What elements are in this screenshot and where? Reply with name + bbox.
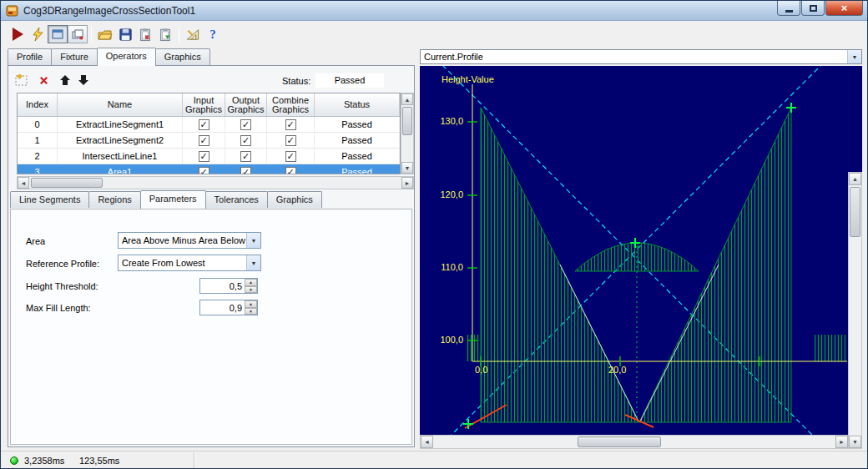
scroll-up-button[interactable]: ▲: [401, 93, 413, 105]
profile-source-select[interactable]: Current.Profile ▼: [420, 49, 862, 64]
toggle-display-button[interactable]: [48, 25, 68, 43]
chart-vertical-scrollbar[interactable]: ▲ ▼: [848, 172, 862, 449]
close-button[interactable]: ×: [825, 1, 863, 16]
reference-profile-label: Reference Profile:: [26, 259, 99, 269]
scroll-up-button[interactable]: ▲: [849, 173, 861, 185]
height-threshold-label: Height Threshold:: [26, 281, 98, 291]
scroll-thumb[interactable]: [31, 178, 103, 188]
input-graphics-checkbox[interactable]: ✓: [199, 167, 209, 175]
scroll-left-button[interactable]: ◄: [421, 436, 433, 448]
minimize-icon: [785, 10, 793, 13]
tab-regions[interactable]: Regions: [88, 191, 140, 208]
add-operator-button[interactable]: [13, 72, 30, 88]
chevron-down-icon[interactable]: ▼: [847, 50, 861, 63]
scroll-thumb[interactable]: [402, 107, 412, 135]
help-button[interactable]: ?: [203, 24, 223, 44]
scroll-left-button[interactable]: ◄: [18, 177, 29, 189]
maximize-button[interactable]: [801, 1, 825, 16]
tab-fixture[interactable]: Fixture: [51, 48, 98, 65]
column-name[interactable]: Name: [58, 93, 183, 116]
column-combine-graphics[interactable]: Combine Graphics: [267, 93, 315, 116]
window-grid-icon: [52, 29, 63, 39]
height-threshold-input[interactable]: 0,5 ▲ ▼: [199, 278, 258, 294]
input-graphics-checkbox[interactable]: ✓: [199, 119, 209, 130]
combine-graphics-checkbox[interactable]: ✓: [285, 151, 296, 162]
live-run-button[interactable]: [28, 24, 48, 44]
column-status[interactable]: Status: [315, 93, 400, 116]
tab-line-segments[interactable]: Line Segments: [10, 191, 89, 208]
run-button[interactable]: [8, 24, 28, 44]
column-index[interactable]: Index: [18, 93, 58, 116]
parameters-pane: Area Area Above Minus Area Below ▼ Refer…: [10, 209, 412, 445]
profile-chart[interactable]: Height-Value 130,0 120,0 110,0 100,0 0,0…: [420, 66, 862, 435]
scroll-thumb[interactable]: [578, 436, 661, 447]
table-row[interactable]: 0 ExtractLineSegment1 ✓ ✓ ✓ Passed: [18, 117, 400, 133]
max-fill-length-input[interactable]: 0,9 ▲ ▼: [199, 300, 258, 315]
chart-horizontal-scrollbar[interactable]: ◄ ►: [420, 435, 849, 449]
tab-profile[interactable]: Profile: [8, 48, 52, 65]
column-input-graphics[interactable]: Input Graphics: [183, 93, 225, 116]
tab-operators[interactable]: Operators: [97, 48, 156, 66]
output-graphics-checkbox[interactable]: ✓: [240, 135, 251, 146]
cell-status: Passed: [315, 149, 400, 164]
delete-operator-button[interactable]: [35, 72, 52, 88]
paste-button[interactable]: [155, 24, 175, 44]
windows-stack-icon: [72, 29, 83, 40]
table-row[interactable]: 2 IntersectLineLine1 ✓ ✓ ✓ Passed: [18, 149, 400, 164]
spin-down-button[interactable]: ▼: [245, 286, 257, 294]
operators-table: Index Name Input Graphics Output Graphic…: [17, 93, 401, 174]
profile-plot: [420, 66, 862, 435]
output-graphics-checkbox[interactable]: ✓: [240, 167, 251, 175]
measure-tools-button[interactable]: [183, 24, 203, 44]
tab-graphics-sub[interactable]: Graphics: [267, 191, 322, 208]
scroll-down-button[interactable]: ▼: [401, 162, 413, 174]
toolbar-separator: [179, 26, 179, 43]
combine-graphics-checkbox[interactable]: ✓: [285, 135, 296, 146]
area-select-value: Area Above Minus Area Below: [122, 235, 245, 245]
reference-profile-select[interactable]: Create From Lowest ▼: [118, 255, 261, 271]
open-button[interactable]: [95, 24, 115, 44]
table-vertical-scrollbar[interactable]: ▲ ▼: [401, 93, 414, 174]
column-output-graphics[interactable]: Output Graphics: [225, 93, 267, 116]
chevron-down-icon[interactable]: ▼: [246, 255, 260, 270]
spin-up-button[interactable]: ▲: [245, 300, 257, 308]
tab-graphics[interactable]: Graphics: [155, 48, 210, 65]
table-horizontal-scrollbar[interactable]: ◄ ►: [17, 176, 414, 189]
scroll-down-button[interactable]: ▼: [849, 436, 861, 448]
y-axis-title: Height-Value: [442, 74, 494, 84]
scroll-right-button[interactable]: ►: [835, 436, 848, 448]
combine-graphics-checkbox[interactable]: ✓: [285, 167, 296, 175]
set-square-icon: [185, 28, 200, 42]
main-toolbar: ?: [1, 22, 867, 47]
table-row-selected[interactable]: 3 Area1 ✓ ✓ ✓ Passed: [18, 164, 400, 174]
input-graphics-checkbox[interactable]: ✓: [199, 151, 209, 162]
move-up-button[interactable]: [57, 72, 73, 88]
profile-display-panel: Current.Profile ▼: [420, 49, 862, 449]
cell-index: 2: [18, 149, 58, 164]
input-graphics-checkbox[interactable]: ✓: [199, 135, 209, 146]
output-graphics-checkbox[interactable]: ✓: [240, 119, 251, 130]
status-label: Status:: [282, 76, 310, 86]
scroll-thumb[interactable]: [850, 187, 860, 237]
new-window-button[interactable]: [68, 25, 88, 43]
scroll-right-button[interactable]: ►: [401, 177, 413, 189]
app-icon: [6, 4, 19, 18]
tab-parameters[interactable]: Parameters: [140, 190, 206, 209]
table-row[interactable]: 1 ExtractLineSegment2 ✓ ✓ ✓ Passed: [18, 133, 400, 149]
main-tab-strip: Profile Fixture Operators Graphics: [8, 48, 209, 66]
status-value: Passed: [315, 73, 384, 88]
title-bar[interactable]: Cog3DRangeImageCrossSectionTool1 ×: [1, 1, 867, 21]
tab-tolerances[interactable]: Tolerances: [205, 191, 268, 208]
minimize-button[interactable]: [777, 1, 800, 16]
move-down-button[interactable]: [75, 72, 92, 88]
combine-graphics-checkbox[interactable]: ✓: [285, 119, 296, 130]
spin-up-button[interactable]: ▲: [245, 279, 257, 286]
save-button[interactable]: [115, 24, 135, 44]
help-icon: ?: [209, 28, 216, 42]
spin-down-button[interactable]: ▼: [245, 308, 257, 315]
copy-results-button[interactable]: [135, 24, 155, 44]
output-graphics-checkbox[interactable]: ✓: [240, 151, 251, 162]
execution-time: 3,2358ms: [24, 456, 64, 466]
area-select[interactable]: Area Above Minus Area Below ▼: [118, 232, 261, 249]
chevron-down-icon[interactable]: ▼: [246, 233, 260, 248]
